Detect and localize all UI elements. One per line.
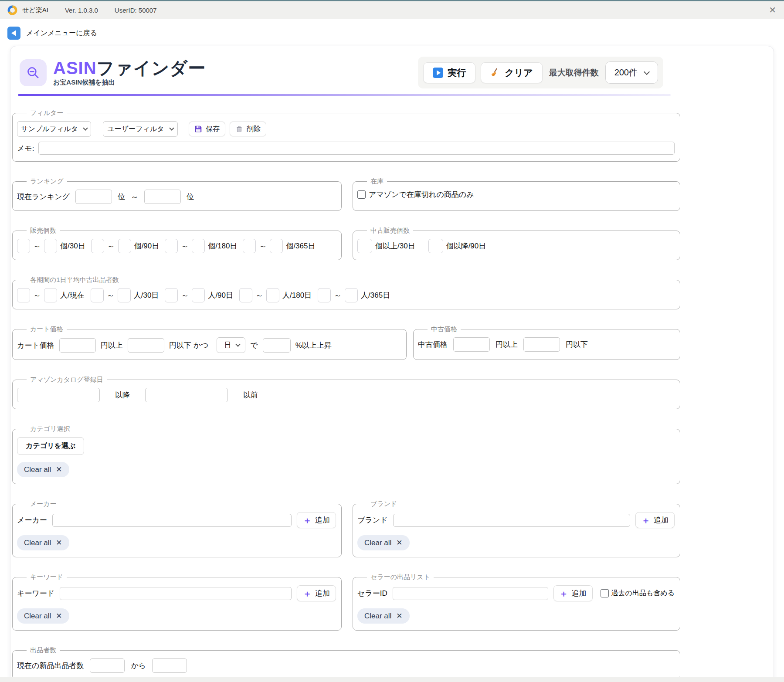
avg-sellers-max-input[interactable]: [44, 288, 57, 302]
tilde-separator: ～: [131, 192, 139, 202]
cart-price-max-unit: 円以下 かつ: [169, 340, 209, 350]
plus-icon: ＋: [560, 589, 568, 598]
avg-sellers-range-group: ～ 人/180日: [239, 288, 312, 302]
seller-count-max-input[interactable]: [152, 658, 187, 673]
sales-max-input[interactable]: [118, 239, 131, 253]
brand-clear-all-button[interactable]: Clear all ✕: [357, 535, 410, 550]
floppy-icon: [194, 125, 202, 133]
sales-min-input[interactable]: [91, 239, 104, 253]
clear-x-icon: ✕: [396, 538, 402, 547]
avg-sellers-min-input[interactable]: [91, 288, 104, 302]
brand-fieldset: ブランド ブランド ＋ 追加 Clear all ✕: [353, 500, 680, 557]
cart-price-max-input[interactable]: [128, 338, 164, 353]
cart-price-legend: カート価格: [27, 325, 67, 333]
keyword-input[interactable]: [60, 587, 292, 600]
avg-sellers-max-input[interactable]: [192, 288, 205, 302]
cart-price-min-input[interactable]: [59, 338, 96, 353]
cart-price-label: カート価格: [17, 340, 54, 350]
maker-input[interactable]: [52, 514, 292, 527]
avg-sellers-range-group: ～ 人/現在: [17, 288, 85, 302]
used-sales-unit-label: 個以降/90日: [446, 241, 486, 251]
sample-filter-select[interactable]: サンプルフィルタ: [17, 121, 91, 137]
add-label: 追加: [315, 588, 330, 598]
add-label: 追加: [654, 515, 669, 525]
ranking-min-input[interactable]: [75, 190, 112, 204]
run-button[interactable]: 実行: [423, 62, 475, 83]
plus-icon: ＋: [303, 589, 312, 598]
used-price-max-input[interactable]: [523, 337, 560, 352]
user-filter-select[interactable]: ユーザーフィルタ: [103, 121, 178, 137]
clear-button[interactable]: クリア: [481, 62, 542, 83]
memo-input[interactable]: [38, 142, 675, 155]
keyword-fieldset: キーワード キーワード ＋ 追加 Clear all ✕: [12, 573, 342, 631]
chevron-down-icon: [644, 68, 650, 75]
category-clear-all-button[interactable]: Clear all ✕: [17, 462, 69, 477]
sales-range-group: ～ 個/90日: [91, 239, 160, 253]
used-sales-group: 個以降/90日: [428, 239, 486, 253]
delete-button[interactable]: 削除: [230, 122, 266, 136]
avg-sellers-min-input[interactable]: [239, 288, 252, 302]
keyword-clear-all-button[interactable]: Clear all ✕: [17, 608, 69, 624]
used-sales-input[interactable]: [357, 239, 372, 253]
sales-unit-label: 個/180日: [208, 241, 237, 251]
avg-sellers-min-input[interactable]: [318, 288, 331, 302]
brand-input[interactable]: [393, 514, 630, 527]
app-window: せど楽AI Ver. 1.0.3.0 UserID: 50007 ✕ メインメニ…: [0, 0, 784, 682]
row-maker-brand: メーカー メーカー ＋ 追加 Clear all ✕: [12, 500, 680, 557]
used-sales-input[interactable]: [428, 239, 443, 253]
used-sales-group: 個以上/30日: [357, 239, 415, 253]
out-of-stock-checkbox[interactable]: [357, 190, 366, 199]
ranking-max-input[interactable]: [144, 190, 181, 204]
avg-sellers-max-input[interactable]: [266, 288, 279, 302]
row-sales: 販売個数 ～ 個/30日 ～: [12, 227, 680, 260]
max-count-label: 最大取得件数: [549, 67, 599, 78]
tilde-separator: ～: [107, 290, 115, 301]
save-button[interactable]: 保存: [189, 122, 225, 136]
out-of-stock-label: アマゾンで在庫切れの商品のみ: [369, 190, 474, 200]
avg-sellers-unit-label: 人/現在: [60, 290, 85, 300]
tilde-separator: ～: [334, 290, 342, 301]
sales-min-input[interactable]: [165, 239, 178, 253]
maker-label: メーカー: [17, 515, 47, 525]
row-ranking-stock: ランキング 現在ランキング 位 ～ 位 在庫: [12, 177, 680, 211]
ranking-fieldset: ランキング 現在ランキング 位 ～ 位: [12, 177, 342, 211]
catalog-date-before-input[interactable]: [145, 388, 228, 402]
cart-price-rise-input[interactable]: [263, 338, 291, 353]
used-price-min-input[interactable]: [453, 337, 490, 352]
sales-max-input[interactable]: [44, 239, 57, 253]
app-name: せど楽AI: [22, 6, 48, 14]
ranking-unit-from: 位: [118, 192, 125, 202]
choose-category-button[interactable]: カテゴリを選ぶ: [17, 437, 84, 455]
avg-sellers-min-input[interactable]: [165, 288, 178, 302]
brand-add-button[interactable]: ＋ 追加: [635, 512, 675, 528]
used-sales-fieldset: 中古販売個数 個以上/30日 個以降/90日: [353, 227, 680, 260]
seller-count-min-input[interactable]: [90, 658, 125, 673]
catalog-date-legend: アマゾンカタログ登録日: [27, 376, 107, 384]
avg-sellers-unit-label: 人/30日: [134, 290, 159, 300]
seller-clear-all-button[interactable]: Clear all ✕: [357, 608, 410, 624]
sales-max-input[interactable]: [270, 239, 283, 253]
back-button[interactable]: [7, 27, 20, 40]
seller-id-input[interactable]: [393, 587, 548, 600]
avg-sellers-max-input[interactable]: [345, 288, 358, 302]
seller-add-button[interactable]: ＋ 追加: [553, 585, 593, 601]
cart-price-period-select[interactable]: 日: [217, 337, 245, 353]
catalog-date-after-input[interactable]: [17, 388, 100, 402]
avg-sellers-min-input[interactable]: [17, 288, 30, 302]
trash-icon: [235, 125, 243, 133]
tilde-separator: ～: [181, 290, 189, 301]
keyword-legend: キーワード: [27, 573, 67, 581]
avg-sellers-max-input[interactable]: [118, 288, 131, 302]
close-icon[interactable]: ✕: [769, 6, 776, 14]
sales-range-group: ～ 個/30日: [17, 239, 85, 253]
sales-min-input[interactable]: [17, 239, 30, 253]
page-title-accent: ASIN: [53, 58, 97, 78]
keyword-add-button[interactable]: ＋ 追加: [297, 585, 336, 601]
sales-min-input[interactable]: [243, 239, 256, 253]
max-count-select[interactable]: 200件: [605, 61, 658, 84]
maker-add-button[interactable]: ＋ 追加: [297, 512, 336, 528]
sales-max-input[interactable]: [192, 239, 205, 253]
include-past-checkbox[interactable]: [601, 589, 609, 597]
maker-clear-all-button[interactable]: Clear all ✕: [17, 535, 69, 550]
tilde-separator: ～: [33, 241, 41, 251]
